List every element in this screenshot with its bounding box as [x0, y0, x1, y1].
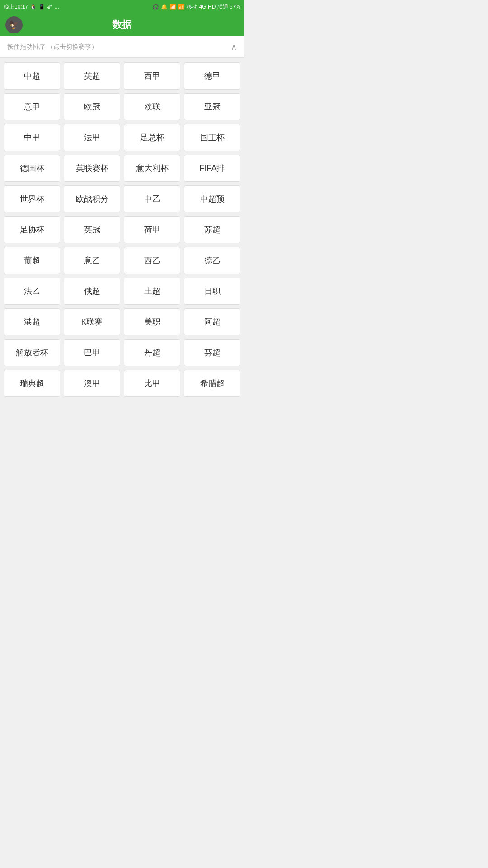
league-item[interactable]: 港超 — [4, 308, 60, 335]
league-item[interactable]: 欧冠 — [64, 93, 120, 120]
alarm-icon: 🔔 — [161, 4, 168, 10]
league-grid: 中超英超西甲德甲意甲欧冠欧联亚冠中甲法甲足总杯国王杯德国杯英联赛杯意大利杯FIF… — [0, 58, 244, 401]
league-item[interactable]: 澳甲 — [64, 370, 120, 397]
league-item[interactable]: 荷甲 — [124, 216, 180, 243]
status-right: 🎧 🔔 📶 📶 移动 4G HD 联通 57% — [152, 3, 240, 11]
league-item[interactable]: 世界杯 — [4, 185, 60, 212]
league-item[interactable]: FIFA排 — [184, 155, 240, 182]
league-item[interactable]: 比甲 — [124, 370, 180, 397]
league-item[interactable]: 德甲 — [184, 62, 240, 90]
league-item[interactable]: 日职 — [184, 278, 240, 305]
league-item[interactable]: 意甲 — [4, 93, 60, 120]
penguin-icon: 🐧 — [30, 4, 37, 10]
league-item[interactable]: 国王杯 — [184, 124, 240, 151]
league-item[interactable]: 法乙 — [4, 278, 60, 305]
league-item[interactable]: 足总杯 — [124, 124, 180, 151]
league-item[interactable]: 丹超 — [124, 339, 180, 366]
league-item[interactable]: 葡超 — [4, 247, 60, 274]
avatar[interactable]: 🦅 — [5, 16, 23, 33]
league-item[interactable]: 解放者杯 — [4, 339, 60, 366]
league-item[interactable]: 英冠 — [64, 216, 120, 243]
league-item[interactable]: 中超预 — [184, 185, 240, 212]
app-icon1: 📱 — [38, 4, 45, 10]
league-item[interactable]: 俄超 — [64, 278, 120, 305]
league-item[interactable]: 英联赛杯 — [64, 155, 120, 182]
league-item[interactable]: 希腊超 — [184, 370, 240, 397]
sort-main-text: 按住拖动排序 — [7, 43, 45, 50]
league-item[interactable]: 西甲 — [124, 62, 180, 90]
league-item[interactable]: 英超 — [64, 62, 120, 90]
league-item[interactable]: 意大利杯 — [124, 155, 180, 182]
wifi-icon: 📶 — [169, 4, 176, 10]
league-item[interactable]: 法甲 — [64, 124, 120, 151]
league-item[interactable]: 中乙 — [124, 185, 180, 212]
league-item[interactable]: 足协杯 — [4, 216, 60, 243]
league-item[interactable]: 意乙 — [64, 247, 120, 274]
headphone-icon: 🎧 — [152, 4, 159, 10]
league-item[interactable]: 中超 — [4, 62, 60, 90]
league-item[interactable]: 苏超 — [184, 216, 240, 243]
league-item[interactable]: 欧战积分 — [64, 185, 120, 212]
sort-bar-label: 按住拖动排序 （点击切换赛事） — [7, 42, 98, 51]
league-item[interactable]: 瑞典超 — [4, 370, 60, 397]
sort-bar[interactable]: 按住拖动排序 （点击切换赛事） ∧ — [0, 36, 244, 58]
network-text: 移动 4G HD 联通 57% — [187, 3, 240, 11]
league-item[interactable]: 中甲 — [4, 124, 60, 151]
league-item[interactable]: 亚冠 — [184, 93, 240, 120]
app-icon2: 🗞 — [47, 4, 52, 10]
collapse-icon[interactable]: ∧ — [231, 42, 237, 52]
league-item[interactable]: 土超 — [124, 278, 180, 305]
league-item[interactable]: 巴甲 — [64, 339, 120, 366]
sort-sub-text: （点击切换赛事） — [47, 43, 98, 50]
status-time: 晚上10:17 — [4, 3, 28, 11]
page-title: 数据 — [112, 18, 132, 32]
league-item[interactable]: K联赛 — [64, 308, 120, 335]
status-bar: 晚上10:17 🐧 📱 🗞 … 🎧 🔔 📶 📶 移动 4G HD 联通 57% — [0, 0, 244, 14]
ellipsis-icon: … — [54, 4, 60, 10]
league-item[interactable]: 德国杯 — [4, 155, 60, 182]
league-item[interactable]: 欧联 — [124, 93, 180, 120]
league-item[interactable]: 西乙 — [124, 247, 180, 274]
league-item[interactable]: 芬超 — [184, 339, 240, 366]
league-item[interactable]: 阿超 — [184, 308, 240, 335]
status-left: 晚上10:17 🐧 📱 🗞 … — [4, 3, 60, 11]
league-item[interactable]: 德乙 — [184, 247, 240, 274]
signal-icon: 📶 — [178, 4, 185, 10]
app-header: 🦅 数据 — [0, 14, 244, 36]
league-item[interactable]: 美职 — [124, 308, 180, 335]
